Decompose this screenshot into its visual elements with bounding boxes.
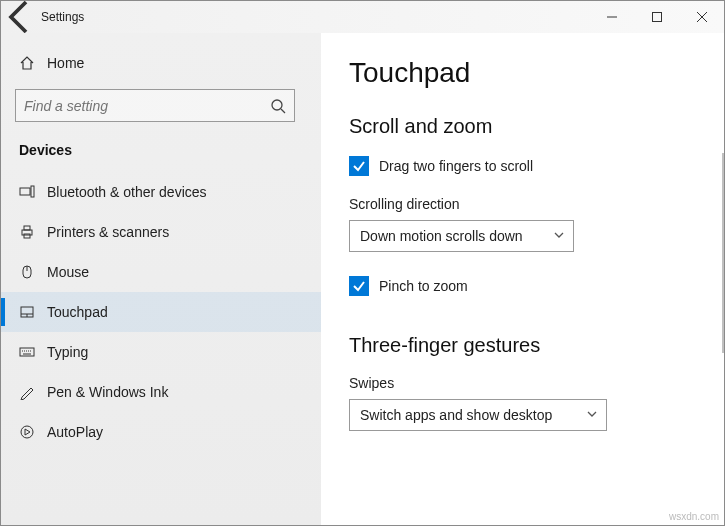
sidebar-section-title: Devices <box>1 134 321 172</box>
sidebar-item-label: Pen & Windows Ink <box>47 384 168 400</box>
checkbox-pinch-zoom[interactable]: Pinch to zoom <box>349 276 696 296</box>
search-input[interactable] <box>24 98 270 114</box>
search-icon <box>270 98 286 114</box>
svg-rect-5 <box>24 226 30 230</box>
sidebar-item-label: Bluetooth & other devices <box>47 184 207 200</box>
sidebar-item-pen[interactable]: Pen & Windows Ink <box>1 372 321 412</box>
mouse-icon <box>19 264 47 280</box>
maximize-icon <box>652 12 662 22</box>
devices-icon <box>19 184 47 200</box>
checkbox-drag-scroll[interactable]: Drag two fingers to scroll <box>349 156 696 176</box>
sidebar-item-label: AutoPlay <box>47 424 103 440</box>
autoplay-icon <box>19 424 47 440</box>
svg-point-1 <box>272 100 282 110</box>
window-body: Home Devices Bluetooth & other devices <box>1 33 724 525</box>
dropdown-value: Switch apps and show desktop <box>360 407 552 423</box>
close-icon <box>697 12 707 22</box>
page-title: Touchpad <box>349 57 696 89</box>
swipes-dropdown[interactable]: Switch apps and show desktop <box>349 399 607 431</box>
svg-rect-3 <box>31 186 34 197</box>
scrollbar[interactable] <box>722 153 724 353</box>
checkbox-label: Drag two fingers to scroll <box>379 158 533 174</box>
swipes-label: Swipes <box>349 375 696 391</box>
watermark: wsxdn.com <box>669 511 719 522</box>
checkbox-checked-icon <box>349 156 369 176</box>
checkbox-label: Pinch to zoom <box>379 278 468 294</box>
section-three-finger-title: Three-finger gestures <box>349 334 696 357</box>
scrolling-direction-dropdown[interactable]: Down motion scrolls down <box>349 220 574 252</box>
svg-rect-2 <box>20 188 30 195</box>
sidebar-item-bluetooth[interactable]: Bluetooth & other devices <box>1 172 321 212</box>
sidebar-item-autoplay[interactable]: AutoPlay <box>1 412 321 452</box>
window-title: Settings <box>41 10 84 24</box>
printer-icon <box>19 224 47 240</box>
sidebar-item-typing[interactable]: Typing <box>1 332 321 372</box>
scrolling-direction-label: Scrolling direction <box>349 196 696 212</box>
svg-rect-9 <box>20 348 34 356</box>
home-icon <box>19 55 47 71</box>
keyboard-icon <box>19 344 47 360</box>
sidebar-item-printers[interactable]: Printers & scanners <box>1 212 321 252</box>
search-container <box>1 83 321 134</box>
sidebar-item-label: Typing <box>47 344 88 360</box>
dropdown-value: Down motion scrolls down <box>360 228 523 244</box>
maximize-button[interactable] <box>634 1 679 33</box>
home-nav[interactable]: Home <box>1 43 321 83</box>
chevron-down-icon <box>553 228 565 244</box>
search-input-wrap[interactable] <box>15 89 295 122</box>
svg-point-10 <box>21 426 33 438</box>
sidebar-item-label: Printers & scanners <box>47 224 169 240</box>
sidebar: Home Devices Bluetooth & other devices <box>1 33 321 525</box>
sidebar-item-mouse[interactable]: Mouse <box>1 252 321 292</box>
minimize-button[interactable] <box>589 1 634 33</box>
main-panel: Touchpad Scroll and zoom Drag two finger… <box>321 33 724 525</box>
sidebar-item-touchpad[interactable]: Touchpad <box>1 292 321 332</box>
sidebar-item-label: Mouse <box>47 264 89 280</box>
section-scroll-zoom-title: Scroll and zoom <box>349 115 696 138</box>
sidebar-item-label: Touchpad <box>47 304 108 320</box>
minimize-icon <box>607 12 617 22</box>
titlebar: Settings <box>1 1 724 33</box>
chevron-down-icon <box>586 407 598 423</box>
home-label: Home <box>47 55 84 71</box>
back-button[interactable] <box>1 1 41 33</box>
svg-rect-0 <box>652 13 661 22</box>
close-button[interactable] <box>679 1 724 33</box>
settings-window: Settings Home <box>0 0 725 526</box>
touchpad-icon <box>19 304 47 320</box>
pen-icon <box>19 384 47 400</box>
arrow-left-icon <box>1 0 41 37</box>
checkbox-checked-icon <box>349 276 369 296</box>
